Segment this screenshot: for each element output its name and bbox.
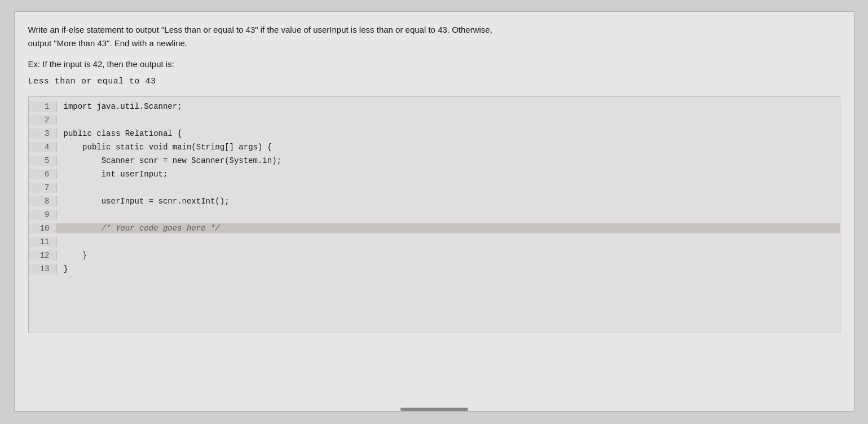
code-line: 5 Scanner scnr = new Scanner(System.in); [29,156,840,169]
code-line: 12 } [29,250,840,264]
line-content[interactable]: import java.util.Scanner; [57,101,840,112]
description-line1: Write an if-else statement to output "Le… [28,25,492,34]
line-content[interactable] [57,210,840,211]
code-lines: 1import java.util.Scanner;23public class… [29,97,840,282]
line-number: 5 [29,156,57,166]
line-number: 2 [29,115,57,125]
line-number: 13 [29,264,57,274]
code-line: 6 int userInput; [29,169,840,183]
main-container: Write an if-else statement to output "Le… [14,11,854,412]
line-content[interactable]: /* Your code goes here */ [57,223,840,233]
line-content[interactable]: } [57,264,840,274]
code-line: 1import java.util.Scanner; [29,101,840,115]
line-content[interactable]: Scanner scnr = new Scanner(System.in); [57,156,840,166]
code-line: 11 [29,237,840,250]
line-number: 12 [29,250,57,260]
line-content[interactable]: } [57,250,840,260]
line-content[interactable]: userInput = scnr.nextInt(); [57,196,840,206]
example-output: Less than or equal to 43 [28,77,840,86]
line-number: 3 [29,129,57,139]
code-editor[interactable]: 1import java.util.Scanner;23public class… [28,96,840,333]
line-content[interactable]: int userInput; [57,169,840,179]
code-line: 13} [29,264,840,277]
description-line2: output "More than 43". End with a newlin… [28,38,188,48]
code-line: 7 [29,183,840,196]
line-number: 10 [29,223,57,233]
code-line: 8 userInput = scnr.nextInt(); [29,196,840,210]
bottom-bar [400,408,468,411]
line-number: 7 [29,183,57,193]
line-content[interactable] [57,237,840,238]
line-content[interactable] [57,115,840,116]
code-line: 4 public static void main(String[] args)… [29,142,840,156]
line-number: 11 [29,237,57,247]
code-line: 3public class Relational { [29,129,840,142]
line-number: 1 [29,101,57,112]
line-content[interactable] [57,183,840,184]
line-number: 8 [29,196,57,206]
line-number: 6 [29,169,57,179]
line-number: 4 [29,142,57,152]
example-label: Ex: If the input is 42, then the output … [28,59,840,69]
code-line: 9 [29,210,840,223]
line-content[interactable]: public class Relational { [57,129,840,139]
code-line: 10 /* Your code goes here */ [29,223,840,237]
description-text: Write an if-else statement to output "Le… [28,23,840,50]
line-content[interactable]: public static void main(String[] args) { [57,142,840,152]
line-number: 9 [29,210,57,220]
code-line: 2 [29,115,840,129]
